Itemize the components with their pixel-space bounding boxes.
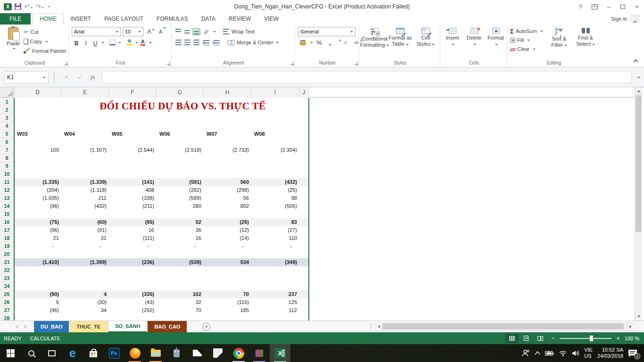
align-center-button[interactable] xyxy=(183,39,191,46)
cell[interactable]: (2.544) xyxy=(109,146,157,154)
page-layout-view-button[interactable] xyxy=(520,334,533,343)
cell[interactable]: 102 xyxy=(157,290,204,298)
cell[interactable]: (26) xyxy=(204,218,251,226)
name-box-dropdown-icon[interactable] xyxy=(43,77,46,80)
clipboard-dialog-launcher-icon[interactable] xyxy=(64,62,67,65)
cell-styles-button[interactable]: CellStyles xyxy=(413,26,438,59)
cell[interactable]: 16 xyxy=(109,226,157,234)
align-left-button[interactable] xyxy=(174,39,182,46)
sort-filter-button[interactable]: AZ Sort & Filter xyxy=(547,26,571,59)
normal-view-button[interactable] xyxy=(505,334,519,343)
volume-icon[interactable] xyxy=(572,350,579,356)
ribbon-tab-insert[interactable]: INSERT xyxy=(64,14,98,25)
cancel-button[interactable]: × xyxy=(60,71,73,83)
calculate-status[interactable]: CALCULATE xyxy=(30,336,60,341)
cell[interactable]: 802 xyxy=(204,202,251,210)
accounting-dropdown-icon[interactable] xyxy=(310,42,313,45)
borders-dropdown-icon[interactable] xyxy=(118,42,121,45)
undo-dropdown-icon[interactable] xyxy=(30,7,33,10)
clear-button[interactable]: Clear xyxy=(510,45,545,53)
scroll-right-button[interactable] xyxy=(627,322,634,330)
cell[interactable]: (95) xyxy=(109,218,157,226)
battery-icon[interactable] xyxy=(545,351,554,356)
paste-button[interactable]: Paste xyxy=(3,26,24,59)
formula-input[interactable] xyxy=(102,71,632,83)
cell[interactable]: (1.399) xyxy=(61,258,109,266)
document-app-taskbar-button[interactable] xyxy=(207,344,228,362)
week-header-cell[interactable]: W06 xyxy=(157,130,204,138)
cell[interactable]: 185 xyxy=(204,306,251,314)
copy-button[interactable]: Copy xyxy=(24,37,66,45)
ribbon-display-button[interactable] xyxy=(587,0,602,13)
cell[interactable]: (589) xyxy=(157,194,204,202)
number-dialog-launcher-icon[interactable] xyxy=(354,62,357,65)
merge-center-label[interactable]: Merge & Center xyxy=(237,40,273,45)
cut-button[interactable]: ✂Cut xyxy=(24,28,66,36)
fill-button[interactable]: Fill xyxy=(510,36,545,44)
edge-taskbar-button[interactable]: e xyxy=(62,344,83,362)
help-button[interactable]: ? xyxy=(573,0,587,13)
middle-align-button[interactable] xyxy=(183,28,191,35)
mail-taskbar-button[interactable] xyxy=(187,344,207,362)
firefox-taskbar-button[interactable] xyxy=(124,344,145,362)
cell[interactable]: 100 xyxy=(14,146,61,154)
format-painter-button[interactable]: Format Painter xyxy=(24,47,66,55)
cell[interactable]: (1.035) xyxy=(14,194,61,202)
page-break-view-button[interactable] xyxy=(534,334,547,343)
horizontal-scrollbar[interactable] xyxy=(375,322,634,330)
cell[interactable]: (1.339) xyxy=(61,178,109,186)
task-view-taskbar-button[interactable] xyxy=(41,344,62,362)
increase-font-button[interactable]: A xyxy=(145,27,155,36)
decrease-font-button[interactable]: A xyxy=(157,27,166,36)
format-cells-button[interactable]: Format xyxy=(486,26,506,59)
show-hidden-icons-chevron-icon[interactable] xyxy=(535,351,540,355)
cell[interactable]: (432) xyxy=(251,178,299,186)
photoshop-taskbar-button[interactable]: Ps xyxy=(104,344,124,362)
avatar[interactable] xyxy=(630,15,640,23)
ribbon-tab-review[interactable]: REVIEW xyxy=(222,14,257,25)
cell[interactable]: 36 xyxy=(157,226,204,234)
merge-center-button[interactable] xyxy=(226,38,236,47)
cell[interactable]: (60) xyxy=(61,218,109,226)
cell[interactable]: - xyxy=(157,242,204,250)
excel-taskbar-button[interactable]: X xyxy=(270,344,290,362)
autosum-button[interactable]: ΣAutoSum xyxy=(510,27,545,35)
week-header-cell[interactable]: W07 xyxy=(204,130,251,138)
cell[interactable]: 280 xyxy=(157,202,204,210)
increase-indent-button[interactable] xyxy=(212,38,221,47)
cell[interactable]: (2.518) xyxy=(157,146,204,154)
accounting-format-button[interactable] xyxy=(298,38,307,47)
cell[interactable]: (282) xyxy=(157,186,204,194)
cell[interactable]: 237 xyxy=(251,290,299,298)
cell[interactable]: (75) xyxy=(14,218,61,226)
cell[interactable]: 32 xyxy=(157,298,204,306)
tab-bar-splitter[interactable] xyxy=(371,323,372,329)
cell[interactable]: (211) xyxy=(109,202,157,210)
fill-color-button[interactable] xyxy=(124,38,134,47)
font-dialog-launcher-icon[interactable] xyxy=(166,62,170,65)
ribbon-tab-view[interactable]: VIEW xyxy=(257,14,285,25)
cell[interactable]: 16 xyxy=(157,234,204,242)
cell[interactable]: (27) xyxy=(251,226,299,234)
bold-button[interactable]: B xyxy=(72,38,81,47)
find-select-button[interactable]: Find & Select xyxy=(573,26,598,59)
cell[interactable]: (335) xyxy=(109,290,157,298)
week-header-cell[interactable]: W08 xyxy=(251,130,299,138)
font-family-select[interactable]: Arial xyxy=(72,27,121,36)
fill-color-dropdown-icon[interactable] xyxy=(135,42,138,45)
font-color-button[interactable]: A xyxy=(138,38,148,47)
fill-dropdown-icon[interactable] xyxy=(527,40,530,42)
cell[interactable]: (2.304) xyxy=(251,146,299,154)
scroll-up-button[interactable] xyxy=(635,87,642,95)
cell[interactable]: (204) xyxy=(14,186,61,194)
underline-dropdown-icon[interactable] xyxy=(101,42,104,45)
cell[interactable]: (349) xyxy=(251,258,299,266)
zoom-out-button[interactable]: − xyxy=(552,335,555,342)
alignment-dialog-launcher-icon[interactable] xyxy=(290,62,293,65)
bottom-align-button[interactable] xyxy=(192,28,200,35)
cell[interactable]: 408 xyxy=(109,186,157,194)
action-center-icon[interactable]: 1 xyxy=(628,349,640,357)
merge-center-dropdown-icon[interactable] xyxy=(276,42,279,45)
ribbon-tab-formulas[interactable]: FORMULAS xyxy=(150,14,195,25)
cell[interactable]: (90) xyxy=(14,290,61,298)
